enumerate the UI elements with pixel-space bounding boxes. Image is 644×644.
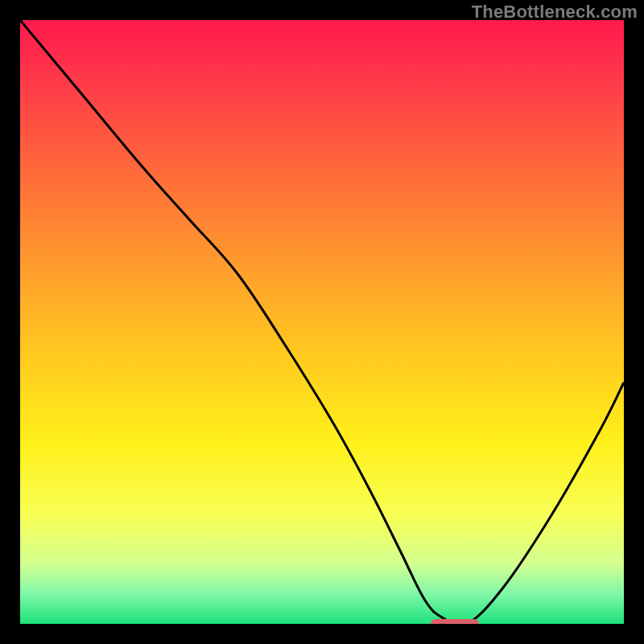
chart-frame: TheBottleneck.com bbox=[0, 0, 644, 644]
plot-area bbox=[20, 20, 624, 624]
watermark-text: TheBottleneck.com bbox=[472, 2, 638, 23]
gradient-background bbox=[20, 20, 624, 624]
optimum-marker bbox=[431, 619, 479, 624]
chart-svg bbox=[20, 20, 624, 624]
